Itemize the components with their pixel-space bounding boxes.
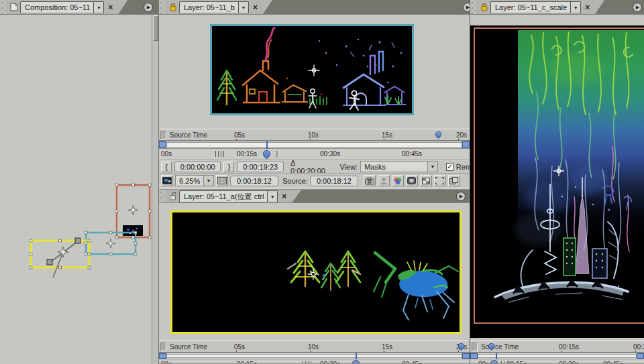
nav-handle-right[interactable] <box>637 353 644 359</box>
layer-a-image[interactable] <box>170 210 462 334</box>
ruler-grip[interactable] <box>472 343 478 351</box>
lock-icon[interactable] <box>168 3 178 12</box>
panel-grip[interactable] <box>159 190 166 202</box>
grid-guides-icon[interactable] <box>216 175 228 186</box>
comp-marker-icon[interactable] <box>434 130 443 139</box>
tab-dropdown-icon[interactable]: ▼ <box>238 2 248 13</box>
layer-c-viewer[interactable] <box>470 15 644 341</box>
layer-c-tabbar: Layer: 05~11_c_scale ▼ × ▶ <box>470 0 644 15</box>
layer-a-viewer[interactable] <box>159 203 470 341</box>
scrollbar-thumb[interactable] <box>153 15 158 41</box>
nav-track[interactable] <box>478 354 637 358</box>
layer-thumbnail <box>123 225 143 236</box>
out-point-button[interactable]: } <box>223 162 234 172</box>
trees-grasshopper-art <box>172 213 460 332</box>
layer-c-time-ruler[interactable]: Source Time 00:15s 00:3 <box>470 341 644 353</box>
layer-a-time-ruler[interactable]: Source Time 05s 10s 15s 20s <box>159 341 470 353</box>
ruler-grip[interactable] <box>160 131 166 139</box>
panel-grip[interactable] <box>470 0 478 14</box>
current-time-pin[interactable] <box>351 359 362 364</box>
layer-b-viewer[interactable] <box>159 15 470 129</box>
layer-c-nav-bar[interactable] <box>470 353 644 359</box>
lock-icon[interactable] <box>479 3 489 12</box>
rgb-channels-icon[interactable] <box>392 175 404 186</box>
tab-dropdown-icon[interactable]: ▼ <box>570 2 580 13</box>
nav-handle-right[interactable] <box>462 353 470 359</box>
layer-c-image[interactable] <box>474 27 644 324</box>
ruler-tick: 20s <box>456 131 467 139</box>
in-time-field[interactable]: 0:00:00:00 <box>174 162 221 172</box>
nav-track[interactable] <box>166 142 462 147</box>
nav-handle-right[interactable] <box>462 141 470 148</box>
tab-composition[interactable]: Composition: 05~11 ▼ <box>20 1 104 13</box>
tab-layer-a[interactable]: Layer: 05~11_a(位置 ctrl ▼ <box>179 190 278 202</box>
layer-b-timeline[interactable]: 00s 00:15s } 00:30s 00:45s <box>159 149 470 160</box>
magnification-dropdown[interactable]: 6.25% ▼ <box>175 175 214 186</box>
nav-handle-left[interactable] <box>470 353 478 359</box>
timeline-label: 00s <box>478 361 489 364</box>
layer-a-timeline[interactable]: 00s 00:15s 00:30s 00:45s <box>159 359 470 364</box>
show-snapshot-icon[interactable] <box>378 175 390 186</box>
tab-close-icon[interactable]: × <box>581 3 594 12</box>
panel-grip[interactable] <box>0 0 7 14</box>
in-point-button[interactable]: { <box>161 162 172 172</box>
snapshot-camera-icon[interactable] <box>364 175 376 186</box>
work-area-end-icon[interactable]: } <box>276 150 278 158</box>
ruler-grip[interactable] <box>160 343 166 351</box>
tab-layer-c[interactable]: Layer: 05~11_c_scale ▼ <box>490 1 581 13</box>
transparency-grid-icon[interactable] <box>420 175 432 186</box>
dropdown-arrow-icon[interactable]: ▼ <box>427 162 437 172</box>
nav-handle-left[interactable] <box>159 353 166 359</box>
render-checkbox[interactable]: ✓ <box>446 163 453 171</box>
nav-handle-left[interactable] <box>159 141 166 148</box>
panel-menu-icon[interactable]: ▶ <box>463 3 470 12</box>
tab-close-icon[interactable]: × <box>249 3 262 12</box>
tab-layer-b[interactable]: Layer: 05~11_b ▼ <box>179 1 249 13</box>
composition-tabbar: Composition: 05~11 ▼ × ▶ <box>0 0 158 15</box>
dropdown-arrow-icon[interactable]: ▼ <box>203 176 213 186</box>
tab-close-icon[interactable]: × <box>104 3 117 12</box>
timeline-label: 00:30s <box>320 150 340 158</box>
out-time-field[interactable]: 0:00:19:23 <box>237 162 283 172</box>
current-time-field[interactable]: 0:00:18:12 <box>230 176 278 186</box>
view-dropdown[interactable]: Masks ▼ <box>360 161 438 172</box>
source-label: Source: <box>282 177 308 185</box>
composition-vscrollbar[interactable] <box>152 15 158 364</box>
current-time-pin[interactable] <box>262 149 272 159</box>
layer-b-nav-bar[interactable] <box>159 141 470 149</box>
tab-layer-c-label: Layer: 05~11_c_scale <box>495 3 570 11</box>
pixel-aspect-icon[interactable] <box>448 175 460 186</box>
region-of-interest-icon[interactable] <box>434 175 446 186</box>
layer-b-time-ruler[interactable]: Source Time 05s 10s 15s 20s <box>159 129 470 141</box>
tab-composition-label: Composition: 05~11 <box>25 3 93 11</box>
tab-dropdown-icon[interactable]: ▼ <box>93 2 103 13</box>
timeline-label: 00s <box>161 361 172 364</box>
composition-viewer[interactable] <box>0 15 158 364</box>
panel-menu-icon[interactable]: ▶ <box>633 3 642 12</box>
tab-dropdown-icon[interactable]: ▼ <box>267 191 277 202</box>
keyframe-box <box>47 259 52 265</box>
tab-close-icon[interactable]: × <box>278 192 290 201</box>
marker-ticks <box>215 151 224 157</box>
nav-track[interactable] <box>166 354 462 358</box>
panel-menu-icon[interactable]: ▶ <box>456 192 466 201</box>
ruler-tick: 15s <box>382 131 392 139</box>
timeline-label: 00:45s <box>603 361 623 364</box>
panel-grip[interactable] <box>159 0 166 14</box>
layer-b-image[interactable] <box>210 24 414 115</box>
timeline-label: 00:45s <box>402 150 422 158</box>
middle-panel: Layer: 05~11_b ▼ × ▶ <box>158 0 470 364</box>
unlock-icon[interactable] <box>168 192 178 201</box>
keyframe-box <box>75 238 80 243</box>
anchor-point-icon <box>106 239 115 248</box>
colorspace-icon[interactable] <box>406 175 418 186</box>
panel-menu-icon[interactable]: ▶ <box>144 3 153 12</box>
view-options-icon[interactable] <box>161 175 173 186</box>
current-time-pin[interactable] <box>489 359 500 364</box>
layer-c-timeline[interactable]: 00s 00:15s 00:30s 00:45s <box>470 359 644 364</box>
source-time-field[interactable]: 0:00:18:12 <box>310 176 358 186</box>
layer-a-nav-bar[interactable] <box>159 353 470 359</box>
tab-well <box>263 0 470 14</box>
motion-path[interactable] <box>47 238 80 278</box>
anchor-point-icon <box>309 65 319 76</box>
